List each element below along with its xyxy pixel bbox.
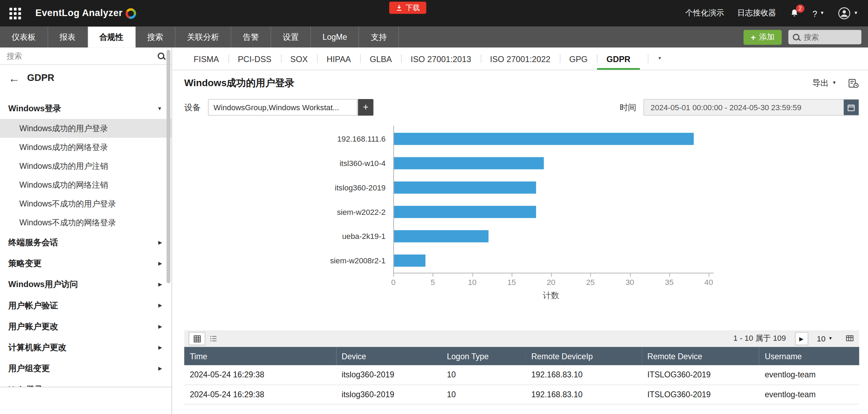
sidebar-group-user-account-change[interactable]: 用户账户更改▶ xyxy=(0,316,172,337)
sidebar-group-user-account-validation[interactable]: 用户帐户验证▶ xyxy=(0,295,172,316)
app-window: EventLog Analyzer 下载 个性化演示 日志接收器 2 ? ▼ xyxy=(0,0,868,414)
table-toolbar-right: 1 - 10 属于 109 ▶ 10 ▼ xyxy=(733,332,855,345)
page-title: Windows成功的用户登录 xyxy=(184,76,294,90)
list-view-icon xyxy=(209,335,218,343)
sidebar-item-windows-successful-user-logon[interactable]: Windows成功的用户登录 xyxy=(0,119,172,138)
x-axis-tick: 0 xyxy=(393,273,394,277)
nav-tab-search[interactable]: 搜索 xyxy=(136,27,175,47)
compliance-tab-gdpr[interactable]: GDPR xyxy=(597,47,640,69)
nav-tab-settings[interactable]: 设置 xyxy=(271,27,311,47)
table-cell: itslog360-2019 xyxy=(336,365,441,385)
help-menu[interactable]: ? ▼ xyxy=(813,9,824,18)
sidebar-search-input[interactable] xyxy=(7,52,153,60)
next-page-button[interactable]: ▶ xyxy=(795,332,808,345)
nav-tab-correlation[interactable]: 关联分析 xyxy=(175,27,231,47)
compliance-tab-gpg[interactable]: GPG xyxy=(560,47,597,69)
sidebar-item-windows-failed-user-logon[interactable]: Windows不成功的用户登录 xyxy=(0,194,172,213)
sidebar-group-label: Windows登录 xyxy=(8,103,61,114)
chevron-right-icon: ▶ xyxy=(158,261,162,266)
chart-bar[interactable] xyxy=(394,206,536,218)
sidebar-group-unix-logon[interactable]: Unix登录▶ xyxy=(0,379,172,387)
sidebar-item-windows-successful-user-logoff[interactable]: Windows成功的用户注销 xyxy=(0,157,172,175)
main-nav-tabs: 仪表板报表合规性搜索关联分析告警设置LogMe支持 xyxy=(0,27,399,47)
sidebar-group-terminal-services-session[interactable]: 终端服务会话▶ xyxy=(0,232,172,253)
apps-grid-icon[interactable] xyxy=(9,7,21,19)
chevron-down-icon: ▼ xyxy=(854,11,858,16)
personalized-demo-link[interactable]: 个性化演示 xyxy=(685,8,724,18)
compliance-tab-glba[interactable]: GLBA xyxy=(360,47,401,69)
chart-category-label: ueba-2k19-1 xyxy=(172,232,393,241)
chart-bar[interactable] xyxy=(394,157,544,170)
list-view-button[interactable] xyxy=(205,332,222,345)
compliance-tab-hipaa[interactable]: HIPAA xyxy=(317,47,361,69)
sidebar-group-user-group-change[interactable]: 用户组变更▶ xyxy=(0,358,172,379)
chart-category-label: 192.168.111.6 xyxy=(172,134,393,143)
grid-view-button[interactable] xyxy=(189,332,205,345)
table-body: 2024-05-24 16:29:38itslog360-201910192.1… xyxy=(184,365,859,404)
sidebar-group-label: 用户帐户验证 xyxy=(8,300,58,311)
table-cell: eventlog-team xyxy=(759,365,859,385)
time-range-picker[interactable]: 2024-05-01 00:00:00 - 2024-05-30 23:59:5… xyxy=(643,99,859,116)
add-button[interactable]: + 添加 xyxy=(744,30,782,45)
nav-tab-reports[interactable]: 报表 xyxy=(48,27,88,47)
log-receiver-link[interactable]: 日志接收器 xyxy=(737,8,776,18)
chart-category-label: itsl360-w10-4 xyxy=(172,159,393,167)
add-device-button[interactable]: + xyxy=(358,99,373,116)
compliance-tabs-more[interactable]: ▼ xyxy=(648,47,672,69)
chart-rows: 192.168.111.6itsl360-w10-4itslog360-2019… xyxy=(172,126,868,273)
chart-bar-track xyxy=(393,133,709,145)
brand: EventLog Analyzer xyxy=(36,8,136,19)
sidebar-group-label: 终端服务会话 xyxy=(8,237,58,248)
user-menu[interactable]: ▼ xyxy=(838,7,858,20)
table-toolbar: 1 - 10 属于 109 ▶ 10 ▼ xyxy=(184,330,859,347)
x-axis-tick: 35 xyxy=(669,273,670,277)
sidebar-group-policy-change[interactable]: 策略变更▶ xyxy=(0,253,172,274)
notifications-button[interactable]: 2 xyxy=(789,8,799,18)
chart-bar[interactable] xyxy=(394,230,489,242)
schedule-report-button[interactable] xyxy=(847,77,859,89)
table-row[interactable]: 2024-05-24 16:29:38itslog360-201910192.1… xyxy=(184,385,859,404)
column-chooser-button[interactable] xyxy=(845,334,855,343)
chevron-right-icon: ▶ xyxy=(158,387,162,387)
chart-bar[interactable] xyxy=(394,181,536,194)
sidebar-group-computer-account-change[interactable]: 计算机账户更改▶ xyxy=(0,337,172,358)
sidebar-item-windows-successful-network-logon[interactable]: Windows成功的网络登录 xyxy=(0,138,172,157)
chart-bar-track xyxy=(393,255,709,267)
table-cell: ITSLOG360-2019 xyxy=(642,365,759,385)
chart-bar-row: 192.168.111.6 xyxy=(172,127,868,151)
global-search-input[interactable] xyxy=(804,33,857,41)
time-label: 时间 xyxy=(620,102,636,113)
nav-tab-compliance[interactable]: 合规性 xyxy=(88,27,135,47)
sidebar-group-windows-logon[interactable]: Windows登录▼ xyxy=(0,98,172,119)
nav-tab-alerts[interactable]: 告警 xyxy=(231,27,271,47)
chevron-right-icon: ▶ xyxy=(158,303,162,308)
calendar-button[interactable] xyxy=(844,99,859,116)
compliance-tab-iso-27001-2022[interactable]: ISO 27001:2022 xyxy=(481,47,560,69)
chart-bar[interactable] xyxy=(394,133,694,145)
sidebar-item-windows-successful-network-logoff[interactable]: Windows成功的网络注销 xyxy=(0,175,172,194)
device-select[interactable]: WindowsGroup,Windows Workstat... xyxy=(208,99,357,116)
compliance-tab-fisma[interactable]: FISMA xyxy=(184,47,228,69)
download-label: 下载 xyxy=(406,3,420,13)
nav-tab-dashboard[interactable]: 仪表板 xyxy=(0,27,48,47)
chevron-right-icon: ▶ xyxy=(158,281,162,287)
nav-tab-logme[interactable]: LogMe xyxy=(311,27,360,47)
column-header: Time xyxy=(184,347,336,365)
bar-chart: 192.168.111.6itsl360-w10-4itslog360-2019… xyxy=(172,126,868,303)
sidebar-group-windows-user-access[interactable]: Windows用户访问▶ xyxy=(0,274,172,295)
export-button[interactable]: 导出 ▼ xyxy=(812,78,837,88)
sidebar-item-windows-failed-network-logon[interactable]: Windows不成功的网络登录 xyxy=(0,213,172,232)
back-arrow-icon[interactable]: ← xyxy=(8,72,20,84)
compliance-tab-iso-27001-2013[interactable]: ISO 27001:2013 xyxy=(401,47,481,69)
sidebar-scrollbar[interactable] xyxy=(167,50,171,283)
grid-view-icon xyxy=(193,334,201,343)
x-axis-tick: 40 xyxy=(709,273,709,277)
page-size-select[interactable]: 10 ▼ xyxy=(817,334,832,343)
compliance-tab-pci-dss[interactable]: PCI-DSS xyxy=(228,47,281,69)
chart-bar[interactable] xyxy=(394,255,425,267)
nav-tab-support[interactable]: 支持 xyxy=(359,27,399,47)
download-button[interactable]: 下载 xyxy=(390,2,427,14)
sidebar-title: GDPR xyxy=(27,73,54,84)
compliance-tab-sox[interactable]: SOX xyxy=(281,47,317,69)
table-row[interactable]: 2024-05-24 16:29:38itslog360-201910192.1… xyxy=(184,365,859,385)
